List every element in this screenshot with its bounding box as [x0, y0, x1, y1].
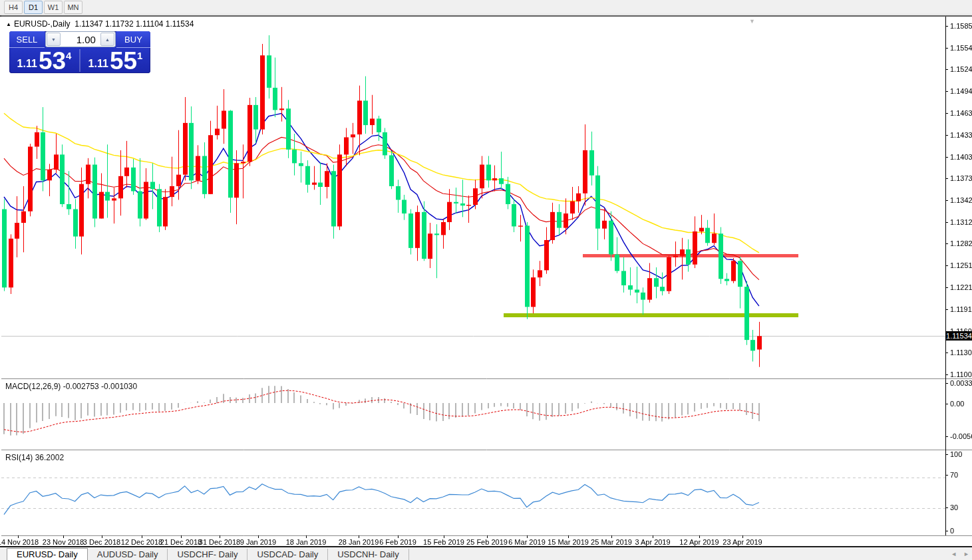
chart-title: ▲EURUSD-,Daily 1.11347 1.11732 1.11104 1… [6, 19, 194, 29]
date-axis-label: 23 Nov 2018 [43, 538, 84, 546]
tab-scroll-right-icon[interactable]: ► [963, 551, 969, 557]
symbol-tab-usdcnh[interactable]: USDCNH- Daily [328, 549, 408, 560]
rsi-axis-label: 70 [950, 471, 958, 479]
price-axis-label: 1.12820 [950, 239, 972, 247]
rsi-axis-label: 0 [950, 527, 954, 535]
date-axis-label: 14 Nov 2018 [0, 538, 39, 546]
macd-indicator-label: MACD(12,26,9) -0.002753 -0.001030 [5, 382, 137, 391]
buy-price-main: 55 [110, 51, 137, 71]
symbol-tab-eurusd[interactable]: EURUSD- Daily [7, 548, 88, 560]
trading-platform-window: H4D1W1MN ▲EURUSD-,Daily 1.11347 1.11732 … [0, 0, 972, 560]
date-axis-label: 15 Feb 2019 [423, 538, 464, 546]
price-axis-label: 1.15245 [950, 65, 972, 73]
date-axis-label: 3 Apr 2019 [635, 538, 670, 546]
price-axis-label: 1.13120 [950, 218, 972, 226]
current-price-badge: 1.11534 [946, 331, 972, 341]
macd-axis-label: 0.003383 [950, 379, 972, 387]
volume-stepper: ▼ ▲ [45, 31, 116, 47]
volume-input[interactable] [61, 32, 100, 47]
price-axis-label: 1.14940 [950, 87, 972, 95]
macd-axis-label: 0.00 [950, 400, 964, 408]
price-axis-label: 1.12215 [950, 283, 972, 291]
sell-price-display[interactable]: 1.11 53 4 [9, 48, 79, 73]
date-axis-label: 3 Dec 2018 [83, 538, 120, 546]
date-axis-label: 12 Apr 2019 [679, 538, 719, 546]
sell-price-prefix: 1.11 [17, 59, 37, 69]
one-click-trade-panel: SELL ▼ ▲ BUY 1.11 53 4 1.11 55 1 [9, 31, 150, 73]
rsi-axis-label: 30 [950, 503, 958, 511]
tab-scroll-controls: ◄ ► [951, 551, 969, 557]
symbol-tab-usdcad[interactable]: USDCAD- Daily [247, 549, 328, 560]
date-axis-label: 25 Mar 2019 [591, 538, 632, 546]
symbol-tab-audusd[interactable]: AUDUSD- Daily [88, 549, 168, 560]
buy-button[interactable]: BUY [116, 31, 150, 48]
date-axis-label: 9 Jan 2019 [240, 538, 276, 546]
date-axis-label: 18 Jan 2019 [286, 538, 327, 546]
price-axis-label: 1.13425 [950, 196, 972, 204]
symbol-marker-icon: ▲ [6, 21, 11, 27]
rsi-indicator-label: RSI(14) 36.2002 [5, 453, 64, 462]
chart-symbol-label: EURUSD-,Daily [14, 19, 71, 29]
buy-price-pip: 1 [137, 51, 142, 61]
price-axis-label: 1.15850 [950, 22, 972, 30]
price-chart-canvas[interactable] [0, 0, 972, 560]
date-axis-label: 23 Apr 2019 [723, 538, 762, 546]
volume-increase-button[interactable]: ▲ [100, 33, 114, 46]
date-axis-label: 28 Jan 2019 [339, 538, 379, 546]
date-axis-label: 6 Feb 2019 [379, 538, 416, 546]
buy-price-prefix: 1.11 [88, 59, 108, 69]
autoscroll-marker-icon: ▼ [749, 18, 755, 25]
macd-axis-label: -0.005663 [950, 432, 972, 440]
buy-price-display[interactable]: 1.11 55 1 [81, 48, 150, 73]
price-axis-label: 1.13730 [950, 174, 972, 182]
date-axis-label: 21 Dec 2018 [160, 538, 202, 546]
sell-price-pip: 4 [66, 51, 71, 61]
date-axis-label: 25 Feb 2019 [466, 538, 508, 546]
price-axis-label: 1.14635 [950, 109, 972, 117]
volume-decrease-button[interactable]: ▼ [47, 33, 61, 46]
symbol-tab-usdchf[interactable]: USDCHF- Daily [168, 549, 247, 560]
date-axis-label: 15 Mar 2019 [548, 538, 589, 546]
price-axis-label: 1.12515 [950, 261, 972, 269]
chart-ohlc-values: 1.11347 1.11732 1.11104 1.11534 [75, 19, 194, 29]
price-axis-label: 1.11000 [950, 370, 972, 378]
price-axis-label: 1.11305 [950, 349, 972, 356]
symbol-tab-bar: EURUSD- DailyAUDUSD- DailyUSDCHF- DailyU… [0, 547, 972, 560]
date-axis-label: 31 Dec 2018 [199, 538, 240, 546]
sell-button[interactable]: SELL [9, 31, 45, 48]
price-axis-label: 1.14335 [950, 131, 972, 139]
rsi-axis-label: 100 [950, 450, 962, 458]
sell-price-main: 53 [39, 51, 66, 71]
date-axis-label: 6 Mar 2019 [508, 538, 546, 546]
tab-scroll-left-icon[interactable]: ◄ [951, 551, 957, 557]
price-axis-label: 1.15545 [950, 44, 972, 52]
price-axis-label: 1.14030 [950, 153, 972, 161]
price-axis-label: 1.11910 [950, 305, 972, 313]
date-axis-label: 12 Dec 2018 [121, 538, 162, 546]
